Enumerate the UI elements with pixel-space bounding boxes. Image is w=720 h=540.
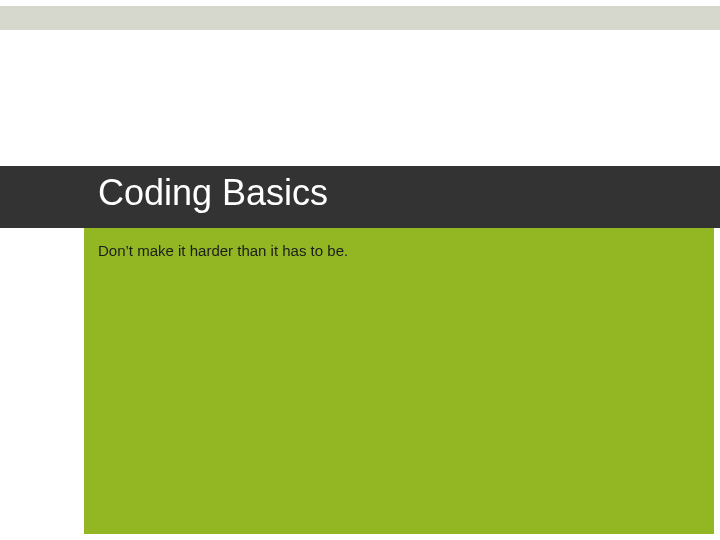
slide-subtitle: Don’t make it harder than it has to be. xyxy=(98,242,348,259)
content-panel xyxy=(84,228,714,534)
slide-title: Coding Basics xyxy=(98,172,328,214)
top-accent-bar xyxy=(0,6,720,30)
